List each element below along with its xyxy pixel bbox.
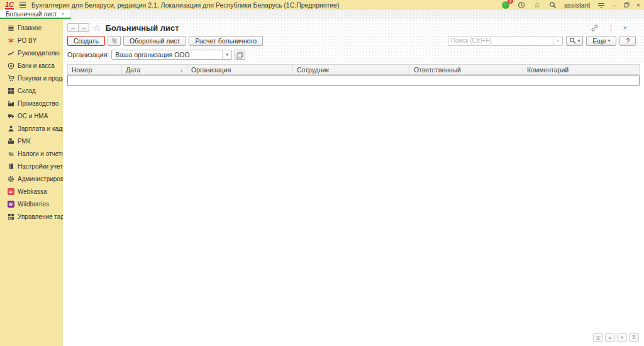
close-window-button[interactable]: × — [636, 1, 640, 9]
minimize-button[interactable]: – — [613, 1, 616, 9]
organization-label: Организация: — [67, 51, 109, 59]
dropdown-arrow-icon: ▾ — [608, 36, 611, 45]
organization-dropdown-icon[interactable]: ▾ — [222, 50, 231, 59]
sick-leave-list: Номер Дата ↓ Организация Сотрудник Ответ… — [63, 63, 644, 346]
main-menu-icon[interactable] — [19, 3, 26, 8]
sidebar-item-upravlenie-tarifom[interactable]: Управление тарифом — [0, 210, 63, 223]
sidebar-item-label: ОС и НМА — [18, 113, 48, 120]
sidebar-item-zarplata-i-kadry[interactable]: Зарплата и кадры — [0, 122, 63, 135]
table-body[interactable] — [67, 86, 640, 331]
restore-window-icon — [624, 2, 630, 8]
organization-value[interactable]: Ваша организация ООО — [112, 51, 222, 59]
column-header-otvetstvennyy[interactable]: Ответственный — [410, 65, 523, 74]
column-header-kommentariy[interactable]: Комментарий — [523, 65, 639, 74]
search-input[interactable] — [448, 37, 553, 44]
sidebar-item-label: Руководителю — [18, 50, 60, 57]
get-link-button[interactable] — [591, 24, 599, 32]
add-to-favorites-star-icon[interactable]: ☆ — [93, 24, 101, 32]
sidebar-item-label: Настройки учета — [18, 163, 63, 170]
sidebar-item-label: Webkassa — [18, 188, 47, 195]
help-button[interactable]: ? — [619, 36, 636, 46]
form-header: ← → ☆ Больничный лист ⋮ × Создать — [63, 19, 644, 63]
organization-combo: Ваша организация ООО ▾ — [111, 50, 232, 60]
sidebar: Главное РО BY Руководителю P Банк и касс… — [0, 19, 63, 346]
copy-icon — [111, 37, 118, 44]
search-icon — [549, 1, 557, 9]
sidebar-item-glavnoe[interactable]: Главное — [0, 21, 63, 34]
form-more-button[interactable]: ⋮ — [608, 24, 614, 32]
sidebar-item-nastroyki-ucheta[interactable]: Настройки учета — [0, 160, 63, 172]
row-down-button[interactable] — [617, 333, 627, 342]
organization-open-button[interactable] — [235, 50, 245, 60]
column-label: Дата — [126, 66, 140, 74]
sidebar-item-po-by[interactable]: РО BY — [0, 34, 63, 47]
tab-close-icon[interactable]: × — [61, 11, 64, 17]
column-label: Ответственный — [414, 66, 461, 74]
column-header-nomer[interactable]: Номер — [68, 65, 122, 74]
sidebar-item-administrirovanie[interactable]: Администрирование — [0, 172, 63, 185]
settings-menu-button[interactable] — [597, 1, 606, 9]
current-user[interactable]: assistant — [564, 1, 590, 9]
cart-icon — [7, 74, 14, 82]
turnover-sheet-button[interactable]: Оборотный лист — [123, 36, 186, 46]
coin-icon: P — [7, 62, 14, 69]
close-form-button[interactable]: × — [623, 24, 627, 31]
sidebar-item-label: Покупки и продажи — [18, 75, 63, 82]
sidebar-item-label: Зарплата и кадры — [18, 125, 63, 132]
title-row: ← → ☆ Больничный лист ⋮ × — [67, 22, 640, 33]
sidebar-item-bank-i-kassa[interactable]: P Банк и касса — [0, 59, 63, 72]
sidebar-item-webkassa[interactable]: ш Webkassa — [0, 185, 63, 198]
go-to-first-row-button[interactable] — [593, 333, 603, 342]
go-to-last-row-button[interactable] — [629, 333, 639, 342]
open-item-icon — [236, 52, 243, 59]
sidebar-item-sklad[interactable]: Склад — [0, 84, 63, 97]
sidebar-item-label: Wildberries — [18, 201, 49, 208]
tab-bolnichnyy-list[interactable]: Больничный лист × — [0, 10, 71, 19]
window-title: Бухгалтерия для Беларуси, редакция 2.1. … — [31, 1, 339, 9]
sidebar-item-wildberries[interactable]: W Wildberries — [0, 198, 63, 210]
restore-button[interactable] — [624, 1, 630, 9]
menu-icon — [7, 24, 14, 31]
column-label: Организация — [191, 66, 231, 74]
percent-icon: % — [7, 150, 14, 157]
search-clear-icon[interactable]: × — [553, 36, 562, 45]
favorites-button[interactable]: ☆ — [533, 1, 541, 9]
sidebar-item-os-i-nma[interactable]: ОС и НМА — [0, 109, 63, 122]
sidebar-item-proizvodstvo[interactable]: Производство — [0, 97, 63, 109]
person-icon — [7, 125, 14, 132]
column-label: Сотрудник — [297, 66, 329, 74]
forward-button[interactable]: → — [78, 23, 89, 32]
tab-label: Больничный лист — [6, 11, 57, 18]
sidebar-item-nalogi-i-otchetnost[interactable]: % Налоги и отчетность — [0, 147, 63, 160]
sidebar-item-rukovoditelyu[interactable]: Руководителю — [0, 47, 63, 59]
row-up-button[interactable] — [605, 333, 615, 342]
truck-icon — [7, 112, 14, 120]
back-button[interactable]: ← — [67, 23, 79, 32]
table-current-row[interactable] — [67, 75, 640, 86]
tab-strip: Больничный лист × — [0, 10, 644, 19]
column-label: Номер — [72, 66, 92, 74]
history-button[interactable] — [517, 1, 526, 9]
toolbar-right: × ▾ Еще ▾ ? — [448, 36, 640, 46]
column-header-organizatsiya[interactable]: Организация — [187, 65, 293, 74]
history-clock-icon — [518, 1, 525, 9]
global-search-button[interactable] — [548, 1, 557, 9]
search-options-button[interactable]: ▾ — [566, 36, 584, 46]
create-by-copy-button[interactable] — [108, 36, 121, 46]
sidebar-item-pokupki-i-prodazhi[interactable]: Покупки и продажи — [0, 72, 63, 84]
create-button[interactable]: Создать — [67, 36, 105, 46]
column-header-sotrudnik[interactable]: Сотрудник — [293, 65, 410, 74]
sick-leave-calculation-button[interactable]: Расчет больничного — [189, 36, 263, 46]
table-header-row: Номер Дата ↓ Организация Сотрудник Ответ… — [67, 64, 640, 75]
sidebar-item-rmk[interactable]: РМК — [0, 135, 63, 147]
link-icon — [591, 24, 599, 32]
sidebar-item-label: Администрирование — [18, 176, 63, 182]
tiles-icon — [7, 213, 14, 220]
notifications-button[interactable]: 9 — [501, 1, 510, 9]
more-label: Еще — [592, 36, 606, 45]
organization-row: Организация: Ваша организация ООО ▾ — [67, 48, 640, 61]
column-header-data[interactable]: Дата ↓ — [122, 65, 187, 74]
more-button[interactable]: Еще ▾ — [586, 36, 616, 46]
column-label: Комментарий — [527, 66, 569, 74]
gear-icon — [7, 175, 14, 182]
